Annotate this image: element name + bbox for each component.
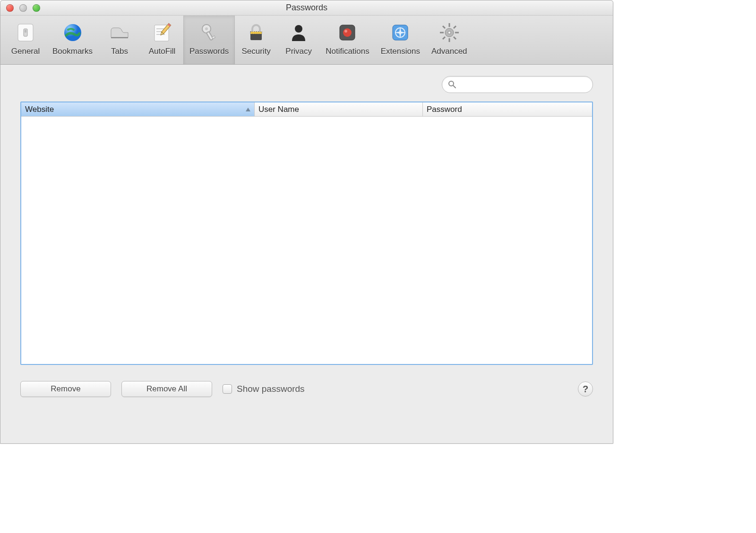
sort-ascending-icon bbox=[246, 108, 250, 111]
footer-controls: Remove Remove All Show passwords ? bbox=[20, 381, 593, 397]
globe-icon bbox=[60, 19, 86, 46]
key-icon bbox=[196, 19, 223, 46]
svg-marker-38 bbox=[246, 108, 250, 111]
svg-point-19 bbox=[295, 25, 302, 33]
table-body-empty bbox=[21, 117, 592, 364]
tab-advanced-label: Advanced bbox=[431, 47, 467, 56]
tab-security[interactable]: Security bbox=[235, 16, 277, 64]
column-header-password-label: Password bbox=[427, 105, 462, 114]
window-controls bbox=[6, 4, 40, 12]
remove-button[interactable]: Remove bbox=[20, 381, 111, 397]
tab-tabs-label: Tabs bbox=[111, 47, 128, 56]
content-pane: Website User Name Password Remove Remove… bbox=[0, 65, 613, 443]
tab-privacy-label: Privacy bbox=[285, 47, 312, 56]
search-field[interactable] bbox=[442, 76, 593, 93]
tab-passwords[interactable]: Passwords bbox=[183, 16, 235, 64]
minimize-window-button[interactable] bbox=[19, 4, 27, 12]
search-input[interactable] bbox=[459, 80, 587, 89]
svg-point-27 bbox=[448, 31, 451, 34]
svg-line-34 bbox=[454, 26, 456, 28]
svg-point-21 bbox=[343, 28, 352, 37]
close-window-button[interactable] bbox=[6, 4, 14, 12]
notification-badge-icon bbox=[334, 19, 361, 46]
lock-icon bbox=[243, 19, 269, 46]
tab-extensions-label: Extensions bbox=[381, 47, 420, 56]
tab-passwords-label: Passwords bbox=[189, 47, 229, 56]
person-silhouette-icon bbox=[285, 19, 312, 46]
preferences-toolbar: General Bookmarks Tabs bbox=[0, 16, 613, 65]
form-pencil-icon bbox=[149, 19, 175, 46]
tab-tabs[interactable]: Tabs bbox=[98, 16, 141, 64]
passwords-table: Website User Name Password bbox=[20, 102, 593, 365]
remove-all-button[interactable]: Remove All bbox=[121, 381, 212, 397]
column-header-username[interactable]: User Name bbox=[255, 102, 423, 117]
checkbox-box-icon bbox=[223, 384, 232, 394]
search-icon bbox=[448, 80, 456, 89]
column-header-password[interactable]: Password bbox=[423, 102, 592, 117]
tab-autofill[interactable]: AutoFill bbox=[141, 16, 183, 64]
help-button[interactable]: ? bbox=[578, 381, 593, 397]
tab-notifications[interactable]: Notifications bbox=[320, 16, 375, 64]
tab-bookmarks[interactable]: Bookmarks bbox=[47, 16, 98, 64]
titlebar: Passwords bbox=[0, 0, 613, 16]
show-passwords-label: Show passwords bbox=[237, 384, 305, 394]
tab-notifications-label: Notifications bbox=[326, 47, 369, 56]
tab-extensions[interactable]: Extensions bbox=[375, 16, 426, 64]
window-title: Passwords bbox=[0, 3, 613, 13]
svg-rect-2 bbox=[25, 30, 26, 33]
gear-icon bbox=[436, 19, 463, 46]
svg-line-33 bbox=[454, 37, 456, 39]
zoom-window-button[interactable] bbox=[33, 4, 40, 12]
tab-icon bbox=[106, 19, 133, 46]
puzzle-piece-icon bbox=[387, 19, 413, 46]
svg-point-22 bbox=[344, 30, 347, 33]
table-header-row: Website User Name Password bbox=[21, 102, 592, 117]
tab-advanced[interactable]: Advanced bbox=[426, 16, 473, 64]
svg-line-32 bbox=[443, 26, 445, 28]
column-header-username-label: User Name bbox=[258, 105, 299, 114]
svg-point-13 bbox=[205, 27, 208, 30]
svg-rect-4 bbox=[111, 37, 128, 38]
svg-line-35 bbox=[443, 37, 445, 39]
tab-security-label: Security bbox=[241, 47, 270, 56]
column-header-website[interactable]: Website bbox=[21, 102, 255, 117]
svg-rect-15 bbox=[212, 36, 215, 39]
svg-rect-14 bbox=[206, 32, 213, 41]
tab-bookmarks-label: Bookmarks bbox=[52, 47, 93, 56]
tab-autofill-label: AutoFill bbox=[149, 47, 176, 56]
switch-icon bbox=[12, 19, 39, 46]
tab-general[interactable]: General bbox=[4, 16, 47, 64]
svg-rect-17 bbox=[250, 32, 262, 34]
svg-line-37 bbox=[453, 85, 455, 88]
show-passwords-checkbox[interactable]: Show passwords bbox=[223, 384, 305, 394]
column-header-website-label: Website bbox=[25, 105, 54, 114]
preferences-window: Passwords General Bo bbox=[0, 0, 613, 444]
tab-privacy[interactable]: Privacy bbox=[277, 16, 320, 64]
tab-general-label: General bbox=[11, 47, 40, 56]
